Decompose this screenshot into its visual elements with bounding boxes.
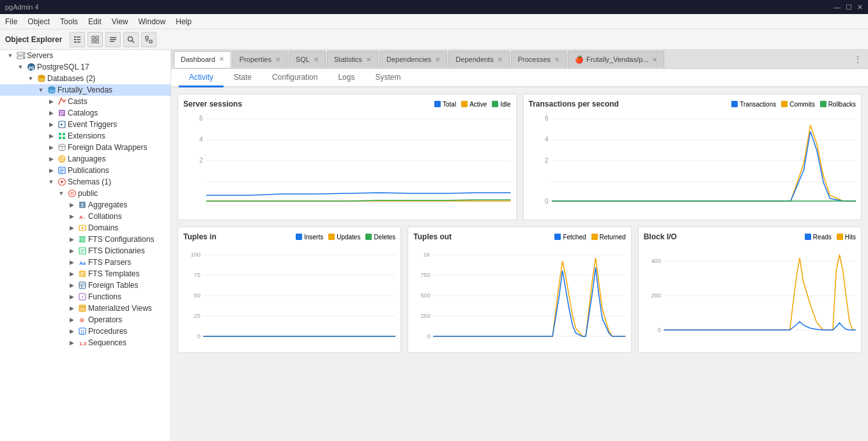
tree-item-collations[interactable]: ▶ A↓ Collations xyxy=(0,211,171,222)
tab-dependents[interactable]: Dependents ✕ xyxy=(448,51,509,68)
tab-processes-close[interactable]: ✕ xyxy=(554,56,560,63)
tree-item-fts-templates[interactable]: ▶ FTS Templates xyxy=(0,268,171,280)
event-triggers-label: Event Triggers xyxy=(68,120,117,129)
svg-rect-2 xyxy=(74,41,76,43)
tree-item-operators[interactable]: ▶ ⊕ Operators xyxy=(0,314,171,325)
tree-view-btn[interactable] xyxy=(70,32,85,47)
tab-dependents-close[interactable]: ✕ xyxy=(498,56,503,63)
tree-item-foreign-tables[interactable]: ▶ Foreign Tables xyxy=(0,280,171,291)
tab-dependencies[interactable]: Dependencies ✕ xyxy=(379,51,447,68)
tab-properties-label: Properties xyxy=(240,56,271,63)
tab-dependencies-close[interactable]: ✕ xyxy=(435,56,440,63)
casts-icon xyxy=(56,97,68,106)
tab-sql[interactable]: SQL ✕ xyxy=(289,51,326,68)
svg-rect-12 xyxy=(110,41,114,42)
tree-item-fts-config[interactable]: ▶ FTS FTS Configurations xyxy=(0,234,171,245)
close-btn[interactable]: ✕ xyxy=(857,3,863,11)
tab-processes[interactable]: Processes ✕ xyxy=(511,51,567,68)
menu-tools[interactable]: Tools xyxy=(60,17,78,26)
domains-icon xyxy=(77,223,88,232)
tab-more-btn[interactable]: ⋮ xyxy=(850,52,865,67)
tree-item-mat-views[interactable]: ▶ Materialized Views xyxy=(0,303,171,314)
svg-text:6: 6 xyxy=(199,115,203,122)
menu-view[interactable]: View xyxy=(112,17,128,26)
collations-label: Collations xyxy=(88,212,122,221)
legend-returned-label: Returned xyxy=(600,234,626,241)
tab-properties-close[interactable]: ✕ xyxy=(275,56,280,63)
maximize-btn[interactable]: ☐ xyxy=(846,3,852,11)
tree-item-extensions[interactable]: ▶ Extensions xyxy=(0,130,171,142)
tree-item-databases[interactable]: ▼ Databases (2) xyxy=(0,73,171,84)
search-btn[interactable] xyxy=(123,32,139,47)
tree-item-procedures[interactable]: ▶ {} Procedures xyxy=(0,325,171,337)
tree-item-servers[interactable]: ▼ Servers xyxy=(0,50,171,61)
menu-help[interactable]: Help xyxy=(176,17,192,26)
inner-tab-activity[interactable]: Activity xyxy=(179,69,224,87)
arrow-collations: ▶ xyxy=(66,213,77,220)
grid-view-btn[interactable] xyxy=(88,32,103,47)
chart-tuples-out-svg: 1K 750 500 250 0 xyxy=(413,245,625,347)
minimize-btn[interactable]: — xyxy=(834,3,841,11)
chart-tuples-in-header: Tuples in Inserts Updates xyxy=(183,232,395,241)
tab-statistics-close[interactable]: ✕ xyxy=(366,56,371,63)
svg-point-48 xyxy=(69,190,76,197)
legend-transactions-label: Transactions xyxy=(740,101,776,108)
tree-item-postgres[interactable]: ▼ pg PostgreSQL 17 xyxy=(0,61,171,73)
tree-item-event-triggers[interactable]: ▶ Event Triggers xyxy=(0,119,171,130)
tree-item-casts[interactable]: ▶ Casts xyxy=(0,96,171,107)
tree-item-public[interactable]: ▼ public xyxy=(0,188,171,199)
tree-item-fts-dict[interactable]: ▶ FTS Dictionaries xyxy=(0,245,171,257)
event-triggers-icon xyxy=(56,120,68,129)
legend-inserts: Inserts xyxy=(296,234,323,241)
menu-file[interactable]: File xyxy=(5,17,17,26)
bottom-chart-grid: Tuples in Inserts Updates xyxy=(178,227,862,353)
legend-total-label: Total xyxy=(443,101,456,108)
chart-transactions-title: Transactions per second xyxy=(529,100,619,108)
tab-sql-close[interactable]: ✕ xyxy=(314,56,319,63)
tree-item-functions[interactable]: ▶ f Functions xyxy=(0,291,171,303)
operators-label: Operators xyxy=(88,315,122,324)
tree-item-languages[interactable]: ▶ Languages xyxy=(0,153,171,165)
inner-tab-state[interactable]: State xyxy=(224,69,262,87)
menu-window[interactable]: Window xyxy=(139,17,166,26)
details-btn[interactable] xyxy=(105,32,121,47)
chart-server-sessions-svg: 6 4 2 xyxy=(183,112,511,214)
expand-btn[interactable] xyxy=(141,32,156,47)
menu-object[interactable]: Object xyxy=(27,17,50,26)
tab-dependents-label: Dependents xyxy=(455,56,493,63)
tree-item-catalogs[interactable]: ▶ Catalogs xyxy=(0,107,171,119)
legend-idle: Idle xyxy=(492,101,510,108)
tree-item-domains[interactable]: ▶ Domains xyxy=(0,222,171,234)
tab-frutally-close[interactable]: ✕ xyxy=(652,56,657,63)
inner-tab-configuration[interactable]: Configuration xyxy=(262,69,328,87)
tab-dependencies-label: Dependencies xyxy=(386,56,431,63)
svg-text:0: 0 xyxy=(657,327,660,333)
svg-point-22 xyxy=(23,57,24,58)
fts-parsers-label: FTS Parsers xyxy=(88,258,131,267)
tab-properties[interactable]: Properties ✕ xyxy=(232,51,287,68)
tree-item-fts-parsers[interactable]: ▶ Aa FTS Parsers xyxy=(0,257,171,268)
tab-dashboard[interactable]: Dashboard ✕ xyxy=(174,51,231,68)
tab-statistics-label: Statistics xyxy=(334,56,362,63)
tree-item-schemas[interactable]: ▼ Schemas (1) xyxy=(0,176,171,188)
tab-sql-label: SQL xyxy=(296,56,310,63)
legend-commits: Commits xyxy=(781,101,814,108)
chart-server-sessions: Server sessions Total Active xyxy=(178,94,517,220)
tree-item-frutally-vendas[interactable]: ▼ Frutally_Vendas xyxy=(0,84,171,96)
inner-tab-logs[interactable]: Logs xyxy=(328,69,365,87)
tree-item-sequences[interactable]: ▶ 1.3 Sequences xyxy=(0,337,171,348)
tree-item-aggregates[interactable]: ▶ Σ Aggregates xyxy=(0,199,171,211)
toolbar: Object Explorer xyxy=(0,29,868,50)
postgres-icon: pg xyxy=(26,63,37,71)
menu-edit[interactable]: Edit xyxy=(88,17,102,26)
domains-label: Domains xyxy=(88,223,118,232)
inner-tab-system[interactable]: System xyxy=(365,69,411,87)
tab-statistics[interactable]: Statistics ✕ xyxy=(327,51,378,68)
tab-frutally[interactable]: 🍎 Frutally_Vendas/p... ✕ xyxy=(568,51,664,68)
tree-item-publications[interactable]: ▶ Publications xyxy=(0,165,171,176)
tab-dashboard-close[interactable]: ✕ xyxy=(219,56,224,63)
fts-templates-icon xyxy=(77,269,88,278)
tree-item-fdw[interactable]: ▶ Foreign Data Wrappers xyxy=(0,142,171,153)
arrow-domains: ▶ xyxy=(66,225,77,231)
svg-line-14 xyxy=(132,40,135,43)
